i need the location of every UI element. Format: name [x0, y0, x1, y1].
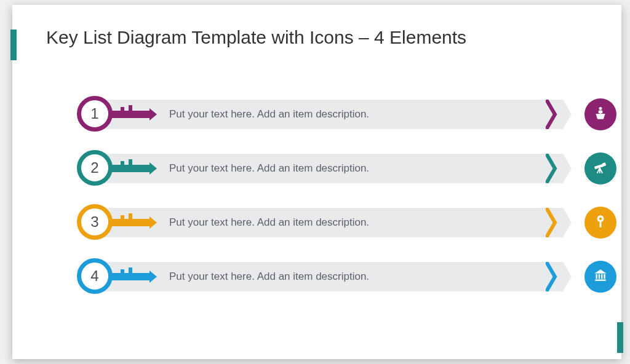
item-icon-circle — [584, 261, 616, 293]
item-icon-circle — [584, 98, 616, 130]
svg-rect-6 — [595, 280, 605, 281]
svg-rect-7 — [596, 274, 597, 279]
telescope-icon — [592, 159, 608, 178]
item-text: Put your text here. Add an item descript… — [169, 271, 369, 283]
svg-rect-10 — [604, 274, 605, 279]
speaker-podium-icon — [592, 105, 608, 124]
slide-title: Key List Diagram Template with Icons – 4… — [46, 27, 466, 48]
edge-accent-bottom — [617, 322, 623, 353]
bank-building-icon — [592, 267, 608, 286]
chevron-right-icon — [546, 154, 558, 183]
pushpin-icon — [592, 213, 608, 232]
item-number: 3 — [90, 213, 98, 231]
item-text: Put your text here. Add an item descript… — [169, 162, 369, 175]
key-list-item: 1 Put your text here. Add an item descri… — [46, 96, 600, 133]
item-text: Put your text here. Add an item descript… — [169, 108, 369, 121]
item-icon-circle — [584, 207, 616, 239]
svg-rect-9 — [601, 274, 602, 279]
item-icon-circle — [584, 152, 616, 184]
key-list-item: 2 Put your text here. Add an item descri… — [46, 150, 600, 187]
item-number: 1 — [90, 105, 98, 122]
svg-rect-1 — [600, 113, 601, 114]
key-shaft — [111, 219, 151, 226]
svg-point-5 — [599, 218, 602, 220]
key-list-item: 4 Put your text here. Add an item descri… — [46, 258, 600, 295]
item-number-ring: 1 — [77, 96, 113, 132]
item-number-ring: 3 — [77, 204, 113, 240]
svg-rect-8 — [599, 274, 600, 279]
item-number-ring: 4 — [77, 258, 113, 294]
item-number-ring: 2 — [77, 150, 113, 186]
key-list: 1 Put your text here. Add an item descri… — [46, 96, 600, 312]
svg-point-0 — [599, 107, 602, 110]
chevron-right-icon — [546, 262, 558, 291]
slide: Key List Diagram Template with Icons – 4… — [12, 5, 621, 359]
chevron-right-icon — [546, 208, 558, 237]
chevron-right-icon — [546, 100, 558, 129]
key-shaft — [111, 165, 151, 172]
item-text: Put your text here. Add an item descript… — [169, 216, 369, 229]
key-list-item: 3 Put your text here. Add an item descri… — [46, 204, 600, 241]
item-number: 4 — [90, 267, 98, 285]
item-number: 2 — [90, 159, 98, 176]
key-shaft — [111, 111, 151, 118]
key-shaft — [111, 273, 151, 280]
edge-accent-top — [10, 30, 17, 60]
